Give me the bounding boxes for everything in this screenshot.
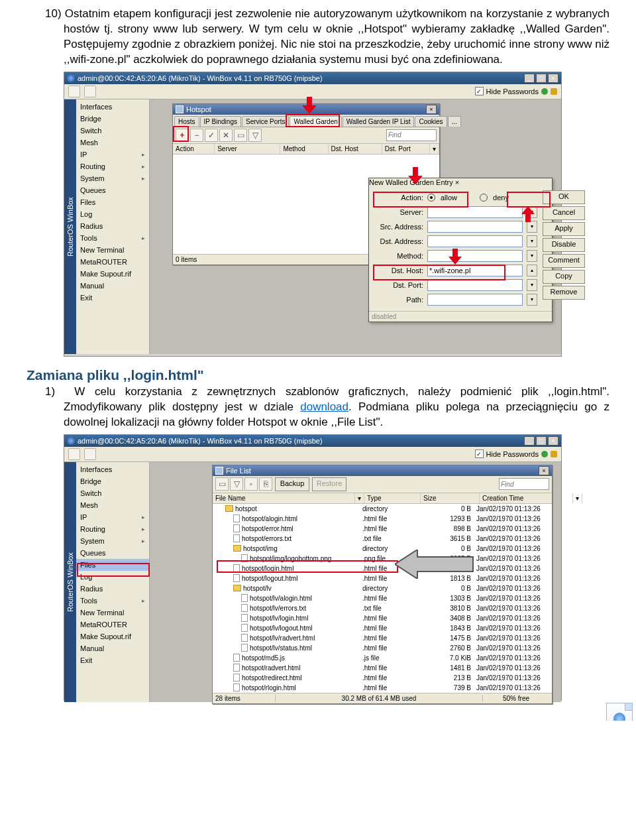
comment-button[interactable]: ▭ <box>234 129 247 142</box>
add-button[interactable]: + <box>176 129 189 142</box>
undo-icon[interactable] <box>68 86 80 97</box>
close-button[interactable]: × <box>548 74 558 83</box>
dhost-picker[interactable]: ▴ <box>527 265 537 276</box>
file-row[interactable]: hotspot/lv/radvert.html.html file1475 BJ… <box>213 633 552 643</box>
dst-input[interactable] <box>427 235 523 247</box>
sidebar-item-switch[interactable]: Switch <box>76 125 149 137</box>
tab-service-ports[interactable]: Service Ports <box>242 116 289 127</box>
minimize-button[interactable]: _ <box>524 436 535 446</box>
sidebar-item-interfaces[interactable]: Interfaces <box>76 101 149 113</box>
dport-input[interactable] <box>427 279 523 291</box>
sidebar-item-ip[interactable]: IP▸ <box>76 511 149 523</box>
redo-icon[interactable] <box>84 86 96 97</box>
src-picker[interactable]: ▾ <box>527 221 537 233</box>
sidebar-item-queues[interactable]: Queues <box>76 184 149 196</box>
dst-picker[interactable]: ▾ <box>527 235 537 247</box>
cancel-button[interactable]: Cancel <box>543 206 585 220</box>
enable-button[interactable]: ✓ <box>205 129 218 142</box>
maximize-button[interactable]: □ <box>536 436 547 446</box>
sidebar-item-manual[interactable]: Manual <box>76 642 149 654</box>
remove-button[interactable]: − <box>190 129 203 142</box>
login-html-file-icon[interactable]: login.html <box>602 703 636 721</box>
filter-button[interactable]: ▽ <box>248 129 262 142</box>
ok-button[interactable]: OK <box>543 190 585 204</box>
file-row[interactable]: hotspot/login.html.html file3362 BJan/02… <box>213 564 552 573</box>
disable-button[interactable]: Disable <box>543 238 585 252</box>
copy-button[interactable]: Copy <box>543 270 585 284</box>
file-row[interactable]: hotspot/imgdirectory0 BJan/02/1970 01:13… <box>213 544 552 554</box>
column-header[interactable]: Dst. Port <box>382 144 430 154</box>
file-row[interactable]: hotspotdirectory0 BJan/02/1970 01:13:26 <box>213 504 552 514</box>
dhost-input[interactable] <box>427 265 523 276</box>
hide-passwords-checkbox[interactable]: ✓ <box>475 450 484 458</box>
tool-1[interactable]: ▭ <box>215 477 229 491</box>
sidebar-item-metarouter[interactable]: MetaROUTER <box>76 619 149 630</box>
file-row[interactable]: hotspot/img/logobottom.png.png file3925 … <box>213 554 552 564</box>
sidebar-item-radius[interactable]: Radius <box>76 583 149 595</box>
sidebar-item-ip[interactable]: IP▸ <box>76 149 149 160</box>
sidebar-item-make-supout-rif[interactable]: Make Supout.rif <box>76 630 149 642</box>
backup-button[interactable]: Backup <box>275 477 309 491</box>
filelist-find-input[interactable] <box>500 479 549 489</box>
file-row[interactable]: hotspot/error.html.html file898 BJan/02/… <box>213 524 552 534</box>
file-row[interactable]: hotspot/lv/logout.html.html file1843 BJa… <box>213 623 552 633</box>
download-link[interactable]: download <box>300 400 348 413</box>
file-row[interactable]: hotspot/lv/errors.txt.txt file3810 BJan/… <box>213 603 552 613</box>
entry-close-button[interactable]: × <box>455 178 459 186</box>
server-input[interactable] <box>427 206 523 218</box>
sidebar-item-metarouter[interactable]: MetaROUTER <box>76 256 149 268</box>
sidebar-item-bridge[interactable]: Bridge <box>76 475 149 487</box>
file-row[interactable]: hotspot/lv/alogin.html.html file1303 BJa… <box>213 593 552 603</box>
sidebar-item-log[interactable]: Log <box>76 571 149 583</box>
sidebar-item-mesh[interactable]: Mesh <box>76 137 149 149</box>
sidebar-item-log[interactable]: Log <box>76 208 149 220</box>
file-row[interactable]: hotspot/lv/status.html.html file2760 BJa… <box>213 643 552 653</box>
column-header[interactable]: Server <box>215 144 280 154</box>
dport-picker[interactable]: ▾ <box>527 279 537 291</box>
col-filename[interactable]: File Name <box>213 493 355 503</box>
file-row[interactable]: hotspot/lv/login.html.html file3408 BJan… <box>213 613 552 623</box>
allow-radio[interactable] <box>427 194 435 202</box>
tab-walled-garden-ip-list[interactable]: Walled Garden IP List <box>343 116 415 127</box>
column-header[interactable]: Action <box>173 144 215 154</box>
file-row[interactable]: hotspot/radvert.html.html file1481 BJan/… <box>213 663 552 673</box>
sidebar-item-new-terminal[interactable]: New Terminal <box>76 607 149 619</box>
sidebar-item-manual[interactable]: Manual <box>76 280 149 292</box>
minimize-button[interactable]: _ <box>524 74 535 83</box>
file-row[interactable]: hotspot/md5.js.js file7.0 KiBJan/02/1970… <box>213 653 552 663</box>
tab--[interactable]: ... <box>448 116 461 127</box>
deny-radio[interactable] <box>480 194 488 202</box>
sidebar-item-mesh[interactable]: Mesh <box>76 499 149 511</box>
undo-icon[interactable] <box>68 448 80 460</box>
apply-button[interactable]: Apply <box>543 222 585 236</box>
file-row[interactable]: hotspot/errors.txt.txt file3615 BJan/02/… <box>213 534 552 544</box>
file-row[interactable]: hotspot/alogin.html.html file1293 BJan/0… <box>213 514 552 524</box>
tab-cookies[interactable]: Cookies <box>415 116 447 127</box>
sidebar-item-new-terminal[interactable]: New Terminal <box>76 244 149 256</box>
remove-button[interactable]: Remove <box>543 286 585 300</box>
sidebar-item-bridge[interactable]: Bridge <box>76 113 149 125</box>
sidebar-item-make-supout-rif[interactable]: Make Supout.rif <box>76 268 149 280</box>
sidebar-item-system[interactable]: System▸ <box>76 535 149 547</box>
tab-hosts[interactable]: Hosts <box>174 116 199 127</box>
sidebar-item-radius[interactable]: Radius <box>76 220 149 232</box>
sidebar-item-switch[interactable]: Switch <box>76 487 149 499</box>
sidebar-item-exit[interactable]: Exit <box>76 654 149 666</box>
sidebar-item-interfaces[interactable]: Interfaces <box>76 463 149 475</box>
file-row[interactable]: hotspot/rlogin.html.html file739 BJan/02… <box>213 683 552 693</box>
col-size[interactable]: Size <box>421 493 480 503</box>
hotspot-find-input[interactable] <box>387 131 436 140</box>
disable-button[interactable]: ✕ <box>219 129 233 142</box>
src-input[interactable] <box>427 221 523 233</box>
col-type[interactable]: Type <box>364 493 421 503</box>
redo-icon[interactable] <box>84 448 96 460</box>
hotspot-close-button[interactable]: × <box>426 105 437 114</box>
tool-4[interactable]: ⎘ <box>259 477 272 491</box>
method-picker[interactable]: ▾ <box>527 250 537 262</box>
tab-walled-garden[interactable]: Walled Garden <box>290 116 341 127</box>
path-picker[interactable]: ▾ <box>527 294 537 306</box>
column-header[interactable]: Method <box>280 144 328 154</box>
tool-3[interactable]: ▫ <box>244 477 258 491</box>
method-input[interactable] <box>427 250 523 262</box>
sidebar-item-routing[interactable]: Routing▸ <box>76 160 149 172</box>
